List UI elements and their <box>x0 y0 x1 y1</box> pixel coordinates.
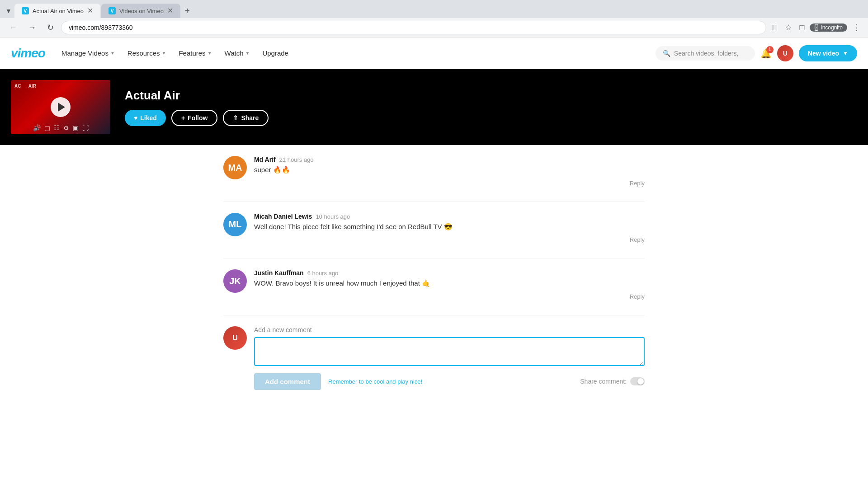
liked-button[interactable]: ♥ Liked <box>125 110 166 126</box>
address-input[interactable] <box>61 21 766 34</box>
share-comment-label: Share comment: <box>580 378 627 385</box>
comment-reply-area: Reply <box>254 179 645 187</box>
comment-avatar: ML <box>223 213 247 236</box>
play-button[interactable] <box>51 97 71 117</box>
chevron-down-icon: ▼ <box>208 51 212 56</box>
comment-time: 21 hours ago <box>279 156 314 163</box>
tab-favicon-2: V <box>108 7 116 14</box>
toggle-knob <box>637 378 644 385</box>
comment-avatar: MA <box>223 156 247 179</box>
new-comment-input[interactable] <box>254 337 645 366</box>
search-icon: 🔍 <box>663 50 670 57</box>
subtitles-icon[interactable]: ▢ <box>44 124 50 131</box>
nav-menu: Manage Videos ▼ Resources ▼ Features ▼ W… <box>56 46 656 61</box>
refresh-button[interactable]: ↻ <box>43 21 57 34</box>
search-bar[interactable]: 🔍 Search videos, folders, <box>656 46 755 61</box>
header-actions: 🔍 Search videos, folders, 🔔 1 U New vide… <box>656 45 857 61</box>
video-banner: AC AIR 🔊 ▢ ☷ ⚙ ▣ ⛶ Actual Air ♥ Liked + … <box>0 69 868 145</box>
follow-button[interactable]: + Follow <box>171 110 218 126</box>
nav-manage-videos[interactable]: Manage Videos ▼ <box>56 46 120 61</box>
more-options-icon[interactable]: ⋮ <box>851 21 863 34</box>
vimeo-logo[interactable]: vimeo <box>11 46 45 61</box>
address-bar: ← → ↻ 👁̸ ☆ □ 🂄 Incognito ⋮ <box>0 18 868 37</box>
new-tab-button[interactable]: + <box>181 5 193 18</box>
new-comment-actions: Add comment Remember to be cool and play… <box>254 373 645 390</box>
comment-author: Justin Kauffman <box>254 269 304 277</box>
comment-item: ML Micah Daniel Lewis 10 hours ago Well … <box>223 213 645 244</box>
back-button[interactable]: ← <box>5 21 21 34</box>
nav-resources[interactable]: Resources ▼ <box>122 46 172 61</box>
comment-divider <box>223 258 645 258</box>
share-button[interactable]: ⇑ Share <box>223 110 269 126</box>
comment-body: Md Arif 21 hours ago super 🔥🔥 Reply <box>254 156 645 187</box>
tab-title-1: Actual Air on Vimeo <box>33 8 84 14</box>
notification-button[interactable]: 🔔 1 <box>760 48 772 59</box>
incognito-badge: 🂄 Incognito <box>810 23 847 32</box>
nav-upgrade[interactable]: Upgrade <box>257 46 294 61</box>
comment-author: Micah Daniel Lewis <box>254 213 312 220</box>
browser-chrome: ▼ V Actual Air on Vimeo ✕ V Videos on Vi… <box>0 0 868 38</box>
comments-section: MA Md Arif 21 hours ago super 🔥🔥 Reply M… <box>212 145 656 401</box>
tab-close-2[interactable]: ✕ <box>167 7 173 14</box>
play-icon <box>58 103 65 112</box>
comment-text: Well done! This piece felt like somethin… <box>254 222 645 232</box>
comment-item: MA Md Arif 21 hours ago super 🔥🔥 Reply <box>223 156 645 187</box>
eye-off-icon[interactable]: 👁̸ <box>770 21 779 34</box>
tab-favicon-1: V <box>22 7 29 14</box>
forward-button[interactable]: → <box>24 21 40 34</box>
comment-time: 10 hours ago <box>316 213 350 220</box>
tab-close-1[interactable]: ✕ <box>87 7 93 14</box>
chevron-down-icon: ▼ <box>245 51 250 56</box>
tab-title-2: Videos on Vimeo <box>119 8 164 14</box>
comment-author: Md Arif <box>254 156 276 163</box>
chevron-down-icon: ▼ <box>110 51 115 56</box>
remember-text[interactable]: Remember to be cool and play nice! <box>328 378 422 385</box>
add-comment-button[interactable]: Add comment <box>254 373 321 390</box>
volume-icon[interactable]: 🔊 <box>33 124 41 131</box>
chevron-down-icon: ▼ <box>843 50 848 56</box>
bookmark-icon[interactable]: ☆ <box>783 21 794 34</box>
tab-videos-vimeo[interactable]: V Videos on Vimeo ✕ <box>101 4 180 18</box>
share-comment: Share comment: <box>580 377 645 385</box>
comment-meta: Justin Kauffman 6 hours ago <box>254 269 645 277</box>
comment-item: JK Justin Kauffman 6 hours ago WOW. Brav… <box>223 269 645 300</box>
pip-icon[interactable]: ▣ <box>73 124 79 131</box>
tab-actual-air[interactable]: V Actual Air on Vimeo ✕ <box>14 4 100 18</box>
chapters-icon[interactable]: ☷ <box>54 124 60 131</box>
comment-reply-area: Reply <box>254 235 645 244</box>
comment-text: super 🔥🔥 <box>254 165 645 175</box>
reply-link[interactable]: Reply <box>630 293 645 300</box>
video-controls: 🔊 ▢ ☷ ⚙ ▣ ⛶ <box>11 124 110 131</box>
tab-bar: ▼ V Actual Air on Vimeo ✕ V Videos on Vi… <box>0 0 868 18</box>
share-comment-toggle[interactable] <box>630 377 645 385</box>
chevron-down-icon: ▼ <box>162 51 166 56</box>
profile-window-icon[interactable]: □ <box>797 21 806 34</box>
comment-body: Justin Kauffman 6 hours ago WOW. Bravo b… <box>254 269 645 300</box>
video-thumbnail[interactable]: AC AIR 🔊 ▢ ☷ ⚙ ▣ ⛶ <box>11 80 110 134</box>
comment-body: Micah Daniel Lewis 10 hours ago Well don… <box>254 213 645 244</box>
nav-features[interactable]: Features ▼ <box>173 46 217 61</box>
plus-icon: + <box>181 114 185 122</box>
fullscreen-icon[interactable]: ⛶ <box>82 124 89 131</box>
settings-icon[interactable]: ⚙ <box>63 124 69 131</box>
video-title: Actual Air <box>125 89 857 103</box>
user-avatar[interactable]: U <box>777 45 793 61</box>
comment-reply-area: Reply <box>254 292 645 300</box>
address-actions: 👁̸ ☆ □ 🂄 Incognito ⋮ <box>770 21 863 34</box>
heart-icon: ♥ <box>134 114 137 122</box>
new-video-button[interactable]: New video ▼ <box>799 45 857 61</box>
video-actions: ♥ Liked + Follow ⇑ Share <box>125 110 857 126</box>
reply-link[interactable]: Reply <box>630 180 645 187</box>
video-info: Actual Air ♥ Liked + Follow ⇑ Share <box>125 89 857 126</box>
share-icon: ⇑ <box>233 114 238 122</box>
comment-text: WOW. Bravo boys! It is unreal how much I… <box>254 278 645 289</box>
new-comment-avatar: U <box>223 326 247 350</box>
reply-link[interactable]: Reply <box>630 236 645 243</box>
comment-avatar: JK <box>223 269 247 293</box>
notification-badge: 1 <box>766 46 774 53</box>
tab-list-arrow[interactable]: ▼ <box>4 5 14 16</box>
nav-watch[interactable]: Watch ▼ <box>219 46 255 61</box>
new-comment-label: Add a new comment <box>254 326 645 333</box>
comment-divider <box>223 202 645 202</box>
comment-meta: Md Arif 21 hours ago <box>254 156 645 163</box>
